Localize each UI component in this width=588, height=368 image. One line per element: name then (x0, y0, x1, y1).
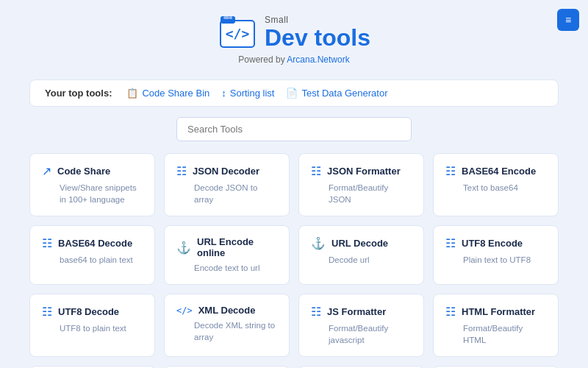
logo-small-text: Small (265, 15, 289, 25)
test-data-label: Test Data Generator (301, 88, 387, 99)
svg-rect-3 (229, 16, 232, 19)
top-tools-links: 📋 Code Share Bin ↕ Sorting list 📄 Test D… (126, 88, 387, 99)
code-share-bin-label: Code Share Bin (142, 88, 209, 99)
tool-desc: Decode JSON to array (176, 182, 277, 205)
tool-card[interactable]: ⚓URL Encode onlineEncode text to url (164, 225, 290, 285)
logo-title-text: Dev tools (265, 25, 370, 51)
top-tools-bar: Your top tools: 📋 Code Share Bin ↕ Sorti… (29, 79, 559, 107)
tool-name: URL Decode (331, 238, 388, 249)
tool-card-header: ☷UTF8 Encode (445, 236, 546, 250)
arcana-link[interactable]: Arcana.Network (287, 54, 349, 65)
logo-container: </> Small Dev tools (0, 13, 588, 53)
tool-name: HTML Formatter (462, 306, 535, 317)
tool-card-header: ↗Code Share (42, 164, 143, 178)
tool-icon: ☷ (42, 305, 52, 319)
tool-name: JSON Formatter (327, 166, 401, 177)
tool-desc: Encode text to url (176, 262, 277, 274)
tool-icon: ⚓ (176, 241, 191, 255)
tool-icon: ⚓ (311, 236, 326, 250)
tool-desc: Text to base64 (445, 182, 546, 194)
tool-card[interactable]: </>XML DecodeDecode XML string to array (164, 294, 290, 357)
tool-name: BASE64 Decode (58, 238, 132, 249)
tool-card[interactable]: ☷UTF8 DecodeUTF8 to plain text (29, 294, 155, 357)
tool-card[interactable]: ☷BASE64 EncodeText to base64 (433, 153, 559, 216)
tool-icon: ☷ (311, 164, 321, 178)
tool-desc: base64 to plain text (42, 254, 143, 266)
tool-icon: ☷ (445, 164, 456, 178)
corner-button[interactable]: ≡ (557, 9, 579, 31)
tool-icon: ☷ (42, 236, 52, 250)
tools-grid: ↗Code ShareView/Share snippets in 100+ l… (0, 153, 588, 368)
test-data-icon: 📄 (286, 88, 298, 99)
tool-desc: UTF8 to plain text (42, 322, 143, 334)
tool-name: JS Formatter (327, 306, 386, 317)
sorting-list-icon: ↕ (221, 88, 226, 99)
tool-card[interactable]: ☷JSON FormatterFormat/Beautify JSON (298, 153, 424, 216)
tool-card[interactable]: ☷UTF8 EncodePlain text to UTF8 (433, 225, 559, 285)
tool-icon: </> (176, 305, 193, 316)
logo-text: Small Dev tools (265, 15, 370, 51)
tool-icon: ☷ (445, 236, 456, 250)
tool-card-header: ☷JSON Formatter (311, 164, 412, 178)
svg-rect-2 (223, 16, 229, 19)
tool-desc: Format/Beautify javascript (311, 322, 412, 346)
tool-icon: ☷ (311, 305, 321, 319)
tool-card-header: ☷HTML Formatter (445, 305, 546, 319)
tool-desc: Decode XML string to array (176, 319, 277, 343)
tool-card-header: ☷BASE64 Encode (445, 164, 546, 178)
tool-card[interactable]: ☷JSON DecoderDecode JSON to array (164, 153, 290, 216)
tool-name: JSON Decoder (193, 166, 259, 177)
tool-desc: Format/Beautify HTML (445, 322, 546, 346)
search-input[interactable] (176, 117, 412, 141)
tool-name: UTF8 Decode (58, 306, 119, 317)
tool-card[interactable]: ☷BASE64 Decodebase64 to plain text (29, 225, 155, 285)
tool-name: UTF8 Encode (462, 238, 523, 249)
tool-card[interactable]: ⚓URL DecodeDecode url (298, 225, 424, 285)
tool-name: URL Encode online (197, 236, 277, 258)
top-tool-code-share-bin[interactable]: 📋 Code Share Bin (126, 88, 209, 99)
tool-card-header: </>XML Decode (176, 305, 277, 316)
svg-text:</>: </> (226, 26, 250, 41)
powered-by-text: Powered by Arcana.Network (0, 54, 588, 65)
tool-card[interactable]: ↗Code ShareView/Share snippets in 100+ l… (29, 153, 155, 216)
tool-card[interactable]: ☷HTML FormatterFormat/Beautify HTML (433, 294, 559, 357)
app-header: </> Small Dev tools Powered by Arcana.Ne… (0, 0, 588, 72)
tool-card-header: ☷BASE64 Decode (42, 236, 143, 250)
tool-desc: Decode url (311, 254, 412, 266)
search-container (29, 117, 559, 141)
tool-card[interactable]: ☷JS FormatterFormat/Beautify javascript (298, 294, 424, 357)
tool-card-header: ⚓URL Decode (311, 236, 412, 250)
tool-desc: View/Share snippets in 100+ language (42, 182, 143, 205)
tool-card-header: ⚓URL Encode online (176, 236, 277, 258)
tool-name: BASE64 Encode (462, 166, 536, 177)
top-tool-test-data-generator[interactable]: 📄 Test Data Generator (286, 88, 387, 99)
tool-name: XML Decode (198, 305, 256, 316)
tool-desc: Format/Beautify JSON (311, 182, 412, 205)
tool-name: Code Share (57, 166, 110, 177)
tool-card-header: ☷JSON Decoder (176, 164, 277, 178)
code-share-bin-icon: 📋 (126, 88, 138, 99)
tool-icon: ☷ (176, 164, 187, 178)
tool-icon: ↗ (42, 164, 51, 178)
tool-card-header: ☷JS Formatter (311, 305, 412, 319)
corner-button-icon: ≡ (565, 14, 571, 26)
top-tool-sorting-list[interactable]: ↕ Sorting list (221, 88, 274, 99)
top-tools-label: Your top tools: (45, 88, 112, 99)
tool-card-header: ☷UTF8 Decode (42, 305, 143, 319)
tool-desc: Plain text to UTF8 (445, 254, 546, 266)
logo-icon: </> (218, 13, 257, 53)
sorting-list-label: Sorting list (230, 88, 275, 99)
tool-icon: ☷ (445, 305, 456, 319)
